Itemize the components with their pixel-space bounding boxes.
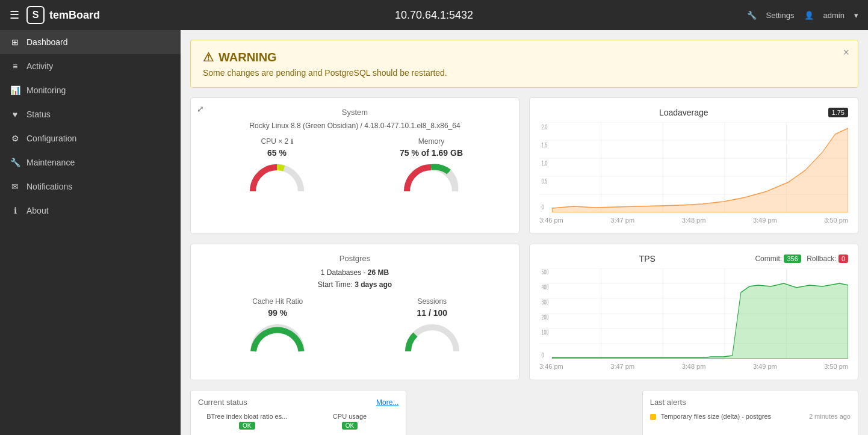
svg-text:0: 0 [542,352,544,359]
content-area: ⚠ WARNING Some changes are pending and P… [181,30,868,435]
cpu-info-icon[interactable]: ℹ [291,138,293,145]
expand-icon[interactable]: ⤢ [197,104,204,114]
alert-close-button[interactable]: × [843,46,849,59]
la-x1: 3:47 pm [610,217,634,224]
maintenance-icon: 🔧 [10,158,20,167]
svg-text:0: 0 [542,204,544,211]
more-link[interactable]: More... [376,398,398,407]
memory-gauge [401,161,461,194]
sidebar-item-monitoring[interactable]: 📊 Monitoring [0,78,181,102]
loadaverage-x-labels: 3:46 pm 3:47 pm 3:48 pm 3:49 pm 3:50 pm [539,217,848,224]
sidebar-item-maintenance[interactable]: 🔧 Maintenance [0,150,181,174]
sidebar-label-dashboard: Dashboard [26,37,68,47]
admin-link[interactable]: admin [823,11,845,20]
sidebar-label-about: About [26,206,49,215]
warning-triangle-icon: ⚠ [203,50,214,64]
sidebar-item-activity[interactable]: ≡ Activity [0,54,181,78]
system-metrics-row: CPU × 2 ℹ 65 % [200,137,509,194]
svg-text:100: 100 [542,329,549,336]
cpu-metric: CPU × 2 ℹ 65 % [247,137,307,194]
main-layout: ⊞ Dashboard ≡ Activity 📊 Monitoring ♥ St… [0,30,868,435]
sidebar-label-configuration: Configuration [26,134,76,143]
about-icon: ℹ [10,206,20,215]
admin-icon: 👤 [804,11,814,20]
svg-text:500: 500 [542,269,549,276]
cpu-label: CPU × 2 ℹ [247,137,307,146]
sessions-value: 11 / 100 [402,308,462,318]
cpu-value: 65 % [247,148,307,158]
la-x3: 3:49 pm [753,217,777,224]
rollback-badge: 0 [839,255,848,263]
status-item-label-0: BTree index bloat ratio es... [198,413,296,420]
loadaverage-card: Loadaverage 1.75 2.0 [529,97,858,234]
navbar-right: 🔧 Settings 👤 admin ▾ [747,11,858,20]
svg-text:2.0: 2.0 [542,124,548,131]
settings-icon: 🔧 [747,11,757,20]
tps-x1: 3:47 pm [610,363,634,370]
tps-legend: Commit: 356 Rollback: 0 [755,255,848,263]
configuration-icon: ⚙ [10,134,20,143]
sidebar-item-configuration[interactable]: ⚙ Configuration [0,126,181,150]
svg-text:300: 300 [542,299,549,306]
spacer [416,390,632,435]
system-card: ⤢ System Rocky Linux 8.8 (Green Obsidian… [190,97,519,234]
tps-chart-svg: 500 400 300 200 100 0 [539,268,848,359]
alert-item-0: Temporary files size (delta) - postgres … [650,413,851,420]
memory-value: 75 % of 1.69 GB [400,148,463,158]
tps-title-row: TPS Commit: 356 Rollback: 0 [539,254,848,264]
alert-color-dot [650,414,656,420]
current-status-card: Current status More... BTree index bloat… [190,390,406,435]
tps-x2: 3:48 pm [682,363,706,370]
svg-text:1.5: 1.5 [542,142,548,149]
sidebar-label-maintenance: Maintenance [26,158,75,167]
sidebar-item-about[interactable]: ℹ About [0,199,181,223]
postgres-metrics-row: Cache Hit Ratio 99 % Sessions 11 / [200,297,509,354]
svg-text:1.0: 1.0 [542,160,548,167]
cache-hit-metric: Cache Hit Ratio 99 % [247,297,308,354]
sidebar-label-notifications: Notifications [26,182,72,191]
sessions-gauge [402,321,462,354]
sessions-metric: Sessions 11 / 100 [402,297,462,354]
memory-metric: Memory 75 % of 1.69 GB [400,137,463,194]
alert-item-time-0: 2 minutes ago [809,413,851,420]
dashboard-grid: ⤢ System Rocky Linux 8.8 (Green Obsidian… [190,97,858,380]
status-item-0: BTree index bloat ratio es... OK [198,413,296,430]
notifications-icon: ✉ [10,182,20,191]
system-os-info: Rocky Linux 8.8 (Green Obsidian) / 4.18.… [200,120,509,131]
dashboard-icon: ⊞ [10,37,20,47]
svg-text:0.5: 0.5 [542,178,548,185]
sidebar-item-status[interactable]: ♥ Status [0,102,181,126]
cache-hit-gauge [247,321,308,354]
navbar: ☰ S temBoard 10.70.64.1:5432 🔧 Settings … [0,0,868,30]
sidebar-label-monitoring: Monitoring [26,85,66,95]
alert-message: Some changes are pending and PostgreSQL … [203,68,846,78]
tps-x4: 3:50 pm [824,363,848,370]
sidebar-item-notifications[interactable]: ✉ Notifications [0,174,181,199]
svg-text:200: 200 [542,314,549,321]
loadaverage-title: Loadaverage [539,108,828,117]
la-x2: 3:48 pm [682,217,706,224]
tps-x3: 3:49 pm [753,363,777,370]
loadaverage-badge: 1.75 [828,108,848,117]
status-badge-0: OK [239,422,255,430]
tps-x-labels: 3:46 pm 3:47 pm 3:48 pm 3:49 pm 3:50 pm [539,363,848,370]
svg-text:400: 400 [542,284,549,291]
sidebar-item-dashboard[interactable]: ⊞ Dashboard [0,30,181,54]
brand-name: temBoard [49,9,100,22]
alert-title: ⚠ WARNING [203,50,846,64]
sidebar-label-activity: Activity [26,61,53,71]
commit-badge: 356 [784,255,801,263]
settings-link[interactable]: Settings [766,11,795,20]
status-icon: ♥ [10,110,20,119]
status-item-1: CPU usage OK [301,413,399,430]
status-header: Current status More... [198,398,398,407]
alerts-title: Last alerts [650,398,851,407]
tps-x0: 3:46 pm [539,363,563,370]
alert-item-text-0: Temporary files size (delta) - postgres [661,413,804,420]
cache-hit-label: Cache Hit Ratio [247,297,308,306]
bottom-row: Current status More... BTree index bloat… [190,390,858,435]
status-title: Current status [198,398,247,407]
loadaverage-title-row: Loadaverage 1.75 [539,108,848,117]
postgres-section-label: Postgres [200,254,509,263]
hamburger-icon[interactable]: ☰ [10,8,19,22]
